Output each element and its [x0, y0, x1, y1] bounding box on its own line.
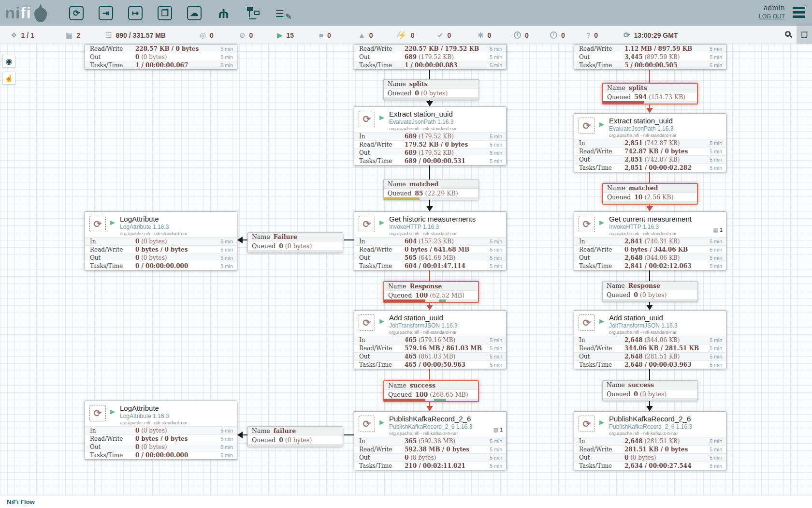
processor-tool-icon[interactable]: ⟳ — [67, 4, 86, 22]
connection-name-row: NameResponse — [384, 282, 478, 291]
refresh-status[interactable]: ⟳13:00:29 GMT — [624, 26, 678, 44]
nifi-logo: nifi — [5, 3, 48, 22]
processor-stat-row: Read/Write228.57 KB / 0 bytes5 min — [85, 45, 237, 53]
processor-stat-row: In2,648 (344.06 KB)5 min — [574, 336, 726, 344]
processor-stat-row: In0 (0 bytes)5 min — [85, 237, 237, 245]
processor-node[interactable]: ⟳▶Extract station_uuidEvaluateJsonPath 1… — [354, 106, 507, 165]
stat-window: 5 min — [490, 142, 502, 148]
backpressure-fill — [384, 399, 425, 401]
input-port-tool-icon[interactable]: ⇥ — [97, 4, 115, 22]
stat-window: 5 min — [220, 428, 233, 433]
stopped-icon: ■ — [319, 31, 323, 39]
processor-stat-row: Out0 (0 bytes)5 min — [574, 453, 726, 462]
connection-label[interactable]: NamefailureQueued0 (0 bytes) — [247, 426, 343, 447]
run-status-icon: ▶ — [379, 317, 384, 325]
panel-toggle-icon[interactable]: ❐ — [797, 26, 812, 44]
hand-button[interactable]: ☝ — [2, 72, 15, 85]
remote-process-group-tool-icon[interactable]: ☁ — [185, 4, 203, 22]
connection-label[interactable]: NamesuccessQueued0 (0 bytes) — [602, 380, 698, 401]
backpressure-bar — [248, 444, 343, 447]
processor-stat-row: Read/Write0 bytes / 641.68 MB5 min — [354, 245, 506, 254]
stat-value: 2,841 / 00:02:12.063 — [624, 263, 710, 269]
connection-name-row: NameResponse — [603, 282, 697, 290]
template-tool-icon[interactable] — [244, 4, 262, 22]
connection-name-row: Namefailure — [248, 427, 343, 435]
stat-label: Tasks/Time — [579, 463, 624, 469]
processor-bundle: org.apache.nifi - nifi-standard-nar — [120, 231, 233, 236]
global-menu-icon[interactable] — [793, 7, 805, 18]
stat-window: 5 min — [490, 354, 502, 359]
connection-line — [344, 434, 354, 435]
processor-node[interactable]: ⟳▶PublishKafkaRecord_2_6PublishKafkaReco… — [574, 411, 726, 470]
stat-window: 5 min — [220, 46, 233, 52]
connection-line — [243, 239, 247, 240]
stat-value: 365 (592.38 MB) — [405, 438, 490, 445]
processor-type-icon: ⟳ — [579, 216, 595, 232]
arrowhead-down-icon — [646, 305, 653, 310]
stat-value: 0 bytes / 344.06 KB — [624, 246, 710, 253]
processor-node[interactable]: ⟳▶Extract station_uuidEvaluateJsonPath 1… — [574, 113, 726, 172]
refresh-icon[interactable]: ⟳ — [624, 31, 630, 39]
connection-label[interactable]: NamesplitsQueued594 (154.73 KB) — [602, 83, 698, 105]
connection-queued-row: Queued100 (62.52 MB) — [384, 291, 478, 299]
processor-node[interactable]: ⟳▶PublishKafkaRecord_2_6PublishKafkaReco… — [354, 411, 507, 470]
processor-node[interactable]: Read/Write228.57 KB / 0 bytes5 minOut0 (… — [85, 44, 237, 70]
connection-label[interactable]: NamesuccessQueued100 (268.65 MB) — [383, 380, 479, 402]
output-port-tool-icon[interactable]: ↦ — [126, 4, 145, 22]
connection-queued-row: Queued594 (154.73 KB) — [603, 92, 697, 101]
search-icon[interactable] — [784, 30, 795, 41]
backpressure-bar — [384, 399, 478, 401]
processor-node[interactable]: ⟳▶LogAttributeLogAttribute 1.16.3org.apa… — [85, 401, 237, 460]
connection-name-label: Name — [388, 382, 406, 389]
connection-label[interactable]: NameFailureQueued0 (0 bytes) — [247, 232, 343, 253]
logout-link[interactable]: LOG OUT — [759, 13, 785, 20]
processor-type: PublishKafkaRecord_2_6 1.16.3 — [389, 423, 502, 430]
processor-node[interactable]: ⟳▶Get current measurementInvokeHTTP 1.16… — [574, 211, 726, 270]
funnel-tool-icon[interactable]: Ψ — [215, 4, 233, 22]
processor-stat-row: In365 (592.38 MB)5 min — [354, 437, 506, 445]
connection-label[interactable]: NamesplitsQueued0 (0 bytes) — [383, 79, 479, 100]
stat-value: 3,445 (897.59 KB) — [624, 54, 710, 60]
processor-title: LogAttribute — [120, 404, 233, 412]
processor-type: LogAttribute 1.16.3 — [120, 413, 233, 419]
arrowhead-down-icon — [646, 206, 653, 211]
queued-label: Queued — [252, 436, 276, 444]
arrowhead-down-icon — [426, 406, 433, 411]
stat-label: Tasks/Time — [579, 62, 624, 69]
breadcrumb[interactable]: NiFi Flow — [7, 498, 35, 506]
running-icon: ▶ — [277, 31, 283, 39]
processor-stat-row: Out0 (0 bytes)5 min — [354, 453, 506, 462]
connection-label[interactable]: NameResponseQueued100 (62.52 MB) — [383, 281, 479, 303]
processor-node[interactable]: ⟳▶Get historic measurementsInvokeHTTP 1.… — [354, 211, 507, 270]
processor-stat-row: Out2,648 (281.51 KB)5 min — [574, 352, 726, 360]
processor-node[interactable]: ⟳▶Add station_uuidJoltTransformJSON 1.16… — [354, 310, 507, 369]
connection-name-label: Name — [252, 233, 270, 240]
processor-stat-row: Out0 (0 bytes)5 min — [85, 53, 237, 61]
stat-window: 5 min — [490, 263, 502, 269]
connection-label[interactable]: NamematchedQueued10 (2.56 KB) — [602, 183, 698, 205]
processor-node[interactable]: ⟳▶Add station_uuidJoltTransformJSON 1.16… — [574, 310, 726, 369]
processor-stat-row: Out0 (0 bytes)5 min — [85, 443, 237, 451]
processor-node[interactable]: ⟳▶LogAttributeLogAttribute 1.16.3org.apa… — [85, 211, 237, 270]
connection-label[interactable]: NamematchedQueued85 (22.29 KB) — [383, 179, 479, 200]
connection-line — [649, 369, 650, 380]
stat-label: In — [579, 438, 624, 445]
process-group-tool-icon[interactable]: ❐ — [156, 4, 174, 22]
connection-name-row: Namematched — [603, 184, 697, 193]
stat-window: 5 min — [710, 54, 722, 60]
queued-value: 100 (62.52 MB) — [415, 292, 464, 299]
processor-node[interactable]: Read/Write1.12 MB / 897.59 KB5 minOut3,4… — [574, 44, 726, 70]
processor-title: Add station_uuid — [389, 314, 502, 322]
queued-label: Queued — [607, 291, 630, 299]
processor-node[interactable]: Read/Write228.57 KB / 179.52 KB5 minOut6… — [354, 44, 507, 70]
queued-value: 100 (268.65 MB) — [415, 391, 468, 398]
connection-label[interactable]: NameResponseQueued0 (0 bytes) — [602, 281, 698, 302]
stat-label: Read/Write — [359, 345, 405, 352]
backpressure-bar — [248, 250, 343, 253]
connection-queued-row: Queued0 (0 bytes) — [384, 89, 478, 97]
stat-label: Read/Write — [579, 446, 624, 453]
label-tool-icon[interactable]: ☰✎ — [274, 4, 292, 22]
flow-canvas[interactable]: ◉☝Read/Write228.57 KB / 0 bytes5 minOut0… — [0, 44, 812, 495]
run-status-icon: ▶ — [379, 219, 384, 226]
birdseye-button[interactable]: ◉ — [2, 55, 15, 68]
